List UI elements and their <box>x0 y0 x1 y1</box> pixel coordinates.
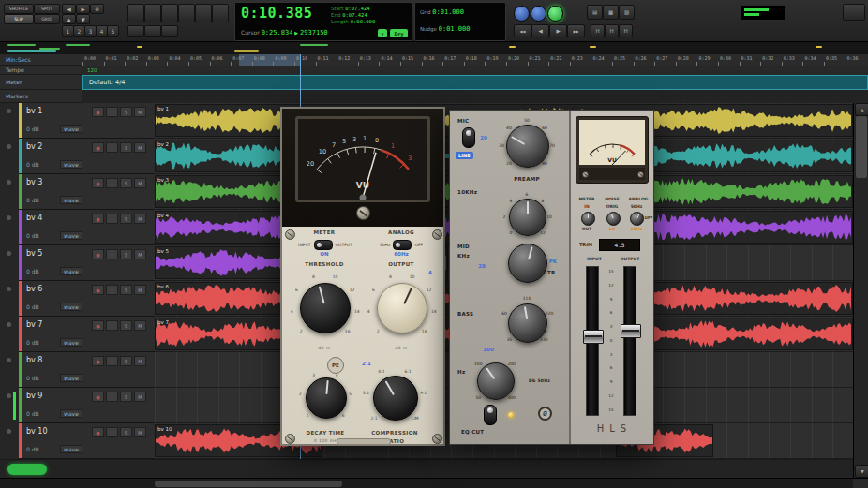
track-header[interactable]: bv 10●ISM0 dBwave <box>0 423 155 459</box>
track-view-selector[interactable]: wave <box>60 231 82 240</box>
scrollbar-up-button[interactable]: ▲ <box>855 103 868 116</box>
eq-cut-switch[interactable] <box>484 405 497 425</box>
mute-button[interactable]: M <box>134 249 146 259</box>
mute-button[interactable]: M <box>134 320 146 331</box>
track-header[interactable]: bv 6●ISM0 dBwave <box>0 281 155 317</box>
mode-grid-button[interactable]: GRID <box>34 14 60 24</box>
hls-analog-switch[interactable] <box>630 212 644 226</box>
solo-button[interactable]: S <box>120 214 132 224</box>
track-name[interactable]: bv 3 <box>26 178 42 186</box>
meter-ruler[interactable]: Default: 4/4 <box>82 75 868 90</box>
mute-button[interactable]: M <box>134 427 146 437</box>
h-button-2[interactable]: H <box>605 24 619 37</box>
return-to-start-button[interactable]: ◀◀ <box>514 24 531 37</box>
markers-ruler[interactable] <box>82 90 868 104</box>
scrollbar-thumb[interactable] <box>856 116 867 178</box>
track-header[interactable]: bv 7●ISM0 dBwave <box>0 317 155 352</box>
record-arm-button[interactable]: ● <box>92 107 104 117</box>
ruler-name-markers[interactable]: Markers <box>0 90 82 103</box>
input-monitor-button[interactable]: I <box>106 285 118 295</box>
track-name[interactable]: bv 7 <box>26 320 42 329</box>
input-monitor-button[interactable]: I <box>106 178 118 188</box>
record-arm-button[interactable]: ● <box>92 427 104 437</box>
solo-button[interactable]: S <box>120 392 132 402</box>
record-arm-button[interactable]: ● <box>92 249 104 259</box>
mute-button[interactable]: M <box>134 142 146 153</box>
edit-option-button-1[interactable] <box>127 25 144 37</box>
solo-button[interactable]: S <box>120 142 132 153</box>
mute-button[interactable]: M <box>134 285 146 295</box>
grabber-tool-button[interactable] <box>161 4 178 22</box>
solo-button[interactable]: S <box>120 285 132 295</box>
track-header[interactable]: bv 3●ISM0 dBwave <box>0 174 155 210</box>
solo-button[interactable]: S <box>120 107 132 117</box>
track-name[interactable]: bv 2 <box>26 142 42 151</box>
trim-tool-button[interactable] <box>127 4 144 22</box>
ruler-name-meter[interactable]: Meter <box>0 75 82 90</box>
record-arm-button[interactable]: ● <box>92 356 104 366</box>
dry-pill-button[interactable]: Dry <box>390 29 408 37</box>
tempo-marker-value[interactable]: 120 <box>87 67 97 73</box>
record-arm-button[interactable]: ● <box>92 285 104 295</box>
input-monitor-button[interactable]: I <box>106 427 118 437</box>
phase-button[interactable]: ø <box>538 407 552 421</box>
record-arm-button[interactable]: ● <box>92 214 104 224</box>
length-field-value[interactable]: 0:00.000 <box>351 19 376 24</box>
track-name[interactable]: bv 6 <box>26 285 42 293</box>
solo-button[interactable]: S <box>120 178 132 188</box>
decay-time-knob[interactable] <box>306 377 347 419</box>
scrubber-tool-button[interactable] <box>178 4 195 22</box>
mic-line-switch[interactable] <box>462 127 475 148</box>
solo-button[interactable]: S <box>120 249 132 259</box>
input-monitor-button[interactable]: I <box>106 214 118 224</box>
track-view-selector[interactable]: wave <box>60 160 82 169</box>
track-view-selector[interactable]: wave <box>60 196 82 204</box>
mid-freq-knob[interactable] <box>508 244 547 283</box>
selector-tool-button[interactable] <box>144 4 161 22</box>
back-button[interactable]: ◀ <box>531 24 549 37</box>
output-fader-track[interactable] <box>623 266 636 416</box>
input-monitor-button[interactable]: I <box>106 392 118 402</box>
nudge-value[interactable]: 0:01.000 <box>439 25 471 33</box>
track-header[interactable]: bv 9●ISM0 dBwave <box>0 388 155 423</box>
edit-option-button-2[interactable] <box>144 25 161 37</box>
mute-button[interactable]: M <box>134 107 146 117</box>
forward-button[interactable]: ▶ <box>549 24 567 37</box>
mode-slip-button[interactable]: SLIP <box>4 14 34 24</box>
go-to-end-button[interactable]: ▶▶ <box>567 24 585 37</box>
zoom-down-button[interactable]: ▼ <box>76 14 90 24</box>
mute-button[interactable]: M <box>134 356 146 366</box>
scroll-left-button[interactable]: ◀ <box>62 4 76 14</box>
track-view-selector[interactable]: wave <box>60 267 82 275</box>
grid-value[interactable]: 0:01.000 <box>432 8 464 16</box>
track-header[interactable]: bv 5●ISM0 dBwave <box>0 245 155 281</box>
input-monitor-button[interactable]: I <box>106 249 118 259</box>
horizontal-scrollbar-thumb[interactable] <box>155 481 342 487</box>
hls-trim-value[interactable]: 4.5 <box>599 239 640 251</box>
play-indicator-button[interactable] <box>547 6 563 22</box>
mode-spot-button[interactable]: SPOT <box>34 4 60 14</box>
universe-strip[interactable] <box>0 41 868 55</box>
output-fader-handle[interactable] <box>621 324 641 338</box>
toolbar-menu-button[interactable] <box>843 4 865 21</box>
line-badge[interactable]: LINE <box>456 152 473 159</box>
record-arm-button[interactable]: ● <box>92 142 104 153</box>
ruler-name-tempo[interactable]: Tempo <box>0 66 82 75</box>
scroll-right-button[interactable]: ▶ <box>76 4 90 14</box>
output-knob[interactable] <box>377 283 427 333</box>
record-arm-button[interactable]: ● <box>92 320 104 331</box>
track-name[interactable]: bv 5 <box>26 249 42 258</box>
scrollbar-down-button[interactable]: ▼ <box>855 465 868 478</box>
track-header[interactable]: bv 8●ISM0 dBwave <box>0 352 155 388</box>
pencil-tool-button[interactable] <box>195 4 212 22</box>
threshold-knob[interactable] <box>300 283 351 333</box>
mini-transport-indicator[interactable] <box>7 464 47 475</box>
hls-noise-switch[interactable] <box>606 212 621 226</box>
track-name[interactable]: bv 10 <box>26 427 48 436</box>
input-monitor-button[interactable]: I <box>106 142 118 153</box>
caret-pill-button[interactable]: ▾ <box>378 29 387 37</box>
zoom-tool-button[interactable]: ⊕ <box>90 4 104 14</box>
track-view-selector[interactable]: wave <box>60 338 82 347</box>
meter-marker-value[interactable]: Default: 4/4 <box>89 79 125 86</box>
pre-roll-button[interactable] <box>514 6 530 22</box>
